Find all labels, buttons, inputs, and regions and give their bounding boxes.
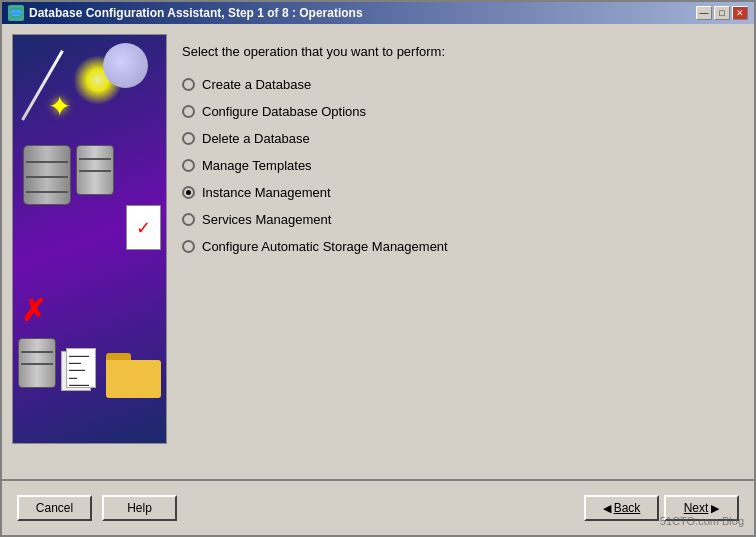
content-area: ✦ ✓ ✗ [2,24,754,479]
option-create-db[interactable]: Create a Database [182,77,744,92]
option-manage-templates[interactable]: Manage Templates [182,158,744,173]
option-configure-asm[interactable]: Configure Automatic Storage Management [182,239,744,254]
radio-configure-asm[interactable] [182,240,195,253]
back-label: Back [614,501,641,515]
option-instance-mgmt[interactable]: Instance Management [182,185,744,200]
close-button[interactable]: ✕ [732,6,748,20]
barrel-3 [18,338,56,388]
radio-instance-mgmt[interactable] [182,186,195,199]
starburst-graphic: ✦ [48,90,71,123]
maximize-button[interactable]: □ [714,6,730,20]
minimize-button[interactable]: — [696,6,712,20]
bottom-left-buttons: Cancel Help [17,495,177,521]
label-delete-db: Delete a Database [202,131,310,146]
help-button[interactable]: Help [102,495,177,521]
back-arrow-icon: ◀ [603,502,611,515]
prompt-text: Select the operation that you want to pe… [182,44,744,59]
option-configure-options[interactable]: Configure Database Options [182,104,744,119]
moon-graphic [103,43,148,88]
window-title: Database Configuration Assistant, Step 1… [29,6,363,20]
illustration-panel: ✦ ✓ ✗ [12,34,167,444]
svg-point-2 [11,13,21,17]
barrel-2 [76,145,114,195]
bottom-right-buttons: ◀ Back Next ▶ [584,495,739,521]
app-icon [8,5,24,21]
radio-group: Create a Database Configure Database Opt… [182,77,744,254]
bottom-bar: Cancel Help ◀ Back Next ▶ [2,480,754,535]
main-window: Database Configuration Assistant, Step 1… [0,0,756,537]
radio-configure-options[interactable] [182,105,195,118]
main-panel: ✦ ✓ ✗ [12,34,744,459]
title-bar: Database Configuration Assistant, Step 1… [2,2,754,24]
title-bar-left: Database Configuration Assistant, Step 1… [8,5,363,21]
barrel-1 [23,145,71,205]
radio-services-mgmt[interactable] [182,213,195,226]
label-create-db: Create a Database [202,77,311,92]
x-mark-graphic: ✗ [21,293,46,328]
options-panel: Select the operation that you want to pe… [182,34,744,459]
barrels-top [23,145,114,205]
label-configure-asm: Configure Automatic Storage Management [202,239,448,254]
title-buttons: — □ ✕ [696,6,748,20]
radio-manage-templates[interactable] [182,159,195,172]
spacer [12,459,744,469]
option-delete-db[interactable]: Delete a Database [182,131,744,146]
label-manage-templates: Manage Templates [202,158,312,173]
checkbox-graphic: ✓ [126,205,161,250]
next-label: Next [684,501,709,515]
label-instance-mgmt: Instance Management [202,185,331,200]
option-services-mgmt[interactable]: Services Management [182,212,744,227]
radio-create-db[interactable] [182,78,195,91]
radio-delete-db[interactable] [182,132,195,145]
document-graphic: ▬▬▬▬▬▬▬▬▬▬▬▬▬▬▬▬▬▬▬ [61,343,101,393]
back-button[interactable]: ◀ Back [584,495,659,521]
folder-graphic [106,353,161,398]
next-button[interactable]: Next ▶ [664,495,739,521]
label-configure-options: Configure Database Options [202,104,366,119]
label-services-mgmt: Services Management [202,212,331,227]
next-arrow-icon: ▶ [711,502,719,515]
barrels-bottom [18,338,56,388]
cancel-button[interactable]: Cancel [17,495,92,521]
